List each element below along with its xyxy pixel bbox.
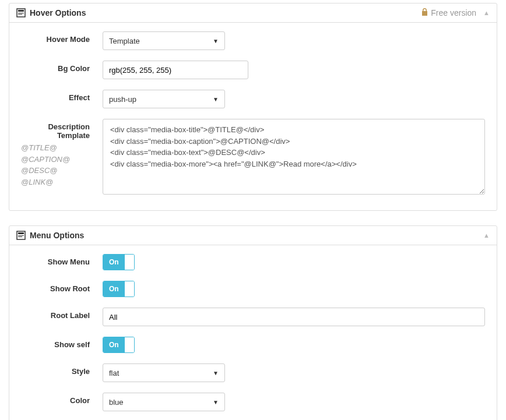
menu-panel-header[interactable]: Menu Options ▲ (9, 226, 497, 245)
toggle-on-label: On (103, 255, 125, 270)
effect-select[interactable]: push-up ▼ (103, 90, 225, 108)
show-root-label: Show Root (21, 281, 103, 293)
color-value: blue (109, 398, 124, 407)
chevron-down-icon: ▼ (213, 38, 219, 44)
style-label: Style (21, 363, 103, 376)
chevron-down-icon: ▼ (213, 399, 219, 405)
template-hints: @TITLE@ @CAPTION@ @DESC@ @LINK@ (21, 142, 90, 188)
desc-template-textarea[interactable] (103, 119, 485, 195)
bg-color-label: Bg Color (21, 61, 103, 73)
style-row: Style flat ▼ (21, 363, 485, 382)
color-row: Color blue ▼ (21, 393, 485, 411)
bg-color-input[interactable] (103, 61, 248, 79)
svg-rect-3 (18, 14, 22, 15)
toggle-knob (125, 255, 134, 270)
show-self-label: Show self (21, 337, 103, 349)
hint-link: @LINK@ (21, 177, 90, 188)
toggle-on-label: On (103, 337, 125, 352)
effect-value: push-up (109, 95, 136, 104)
svg-rect-5 (18, 232, 24, 234)
panel-icon (16, 231, 26, 240)
menu-panel-body: Show Menu On Show Root On Root Label (9, 245, 497, 420)
effect-row: Effect push-up ▼ (21, 90, 485, 108)
svg-rect-2 (18, 13, 24, 13)
toggle-knob (125, 281, 134, 297)
style-value: flat (109, 369, 119, 377)
chevron-down-icon: ▼ (213, 96, 219, 103)
hover-mode-row: Hover Mode Template ▼ (21, 31, 485, 50)
chevron-down-icon: ▼ (213, 370, 219, 376)
hint-desc: @DESC@ (21, 165, 90, 177)
toggle-on-label: On (103, 281, 125, 297)
show-menu-row: Show Menu On (21, 254, 485, 270)
color-label: Color (21, 393, 103, 405)
show-root-row: Show Root On (21, 281, 485, 297)
hover-options-panel: Hover Options Free version ▲ Hover Mode … (9, 3, 497, 211)
lock-icon (421, 8, 428, 17)
root-label-row: Root Label (21, 308, 485, 326)
style-select[interactable]: flat ▼ (103, 363, 225, 382)
effect-label: Effect (21, 90, 103, 102)
hover-panel-body: Hover Mode Template ▼ Bg Color Effect (9, 23, 497, 210)
svg-rect-1 (18, 10, 24, 12)
show-root-toggle[interactable]: On (103, 281, 135, 297)
show-self-row: Show self On (21, 337, 485, 353)
show-menu-label: Show Menu (21, 254, 103, 266)
menu-options-panel: Menu Options ▲ Show Menu On Show Root On (9, 225, 497, 420)
hover-panel-header[interactable]: Hover Options Free version ▲ (9, 3, 497, 23)
collapse-caret-icon[interactable]: ▲ (483, 232, 490, 239)
show-self-toggle[interactable]: On (103, 337, 135, 353)
svg-rect-7 (18, 237, 22, 237)
collapse-caret-icon[interactable]: ▲ (483, 9, 490, 16)
hover-mode-value: Template (109, 37, 140, 45)
free-version-badge: Free version (421, 8, 476, 17)
free-version-text: Free version (431, 8, 476, 17)
show-menu-toggle[interactable]: On (103, 254, 135, 270)
toggle-knob (125, 337, 134, 352)
hover-panel-title: Hover Options (30, 8, 421, 17)
desc-template-row: Description Template @TITLE@ @CAPTION@ @… (21, 119, 485, 196)
panel-icon (16, 8, 26, 17)
root-label-label: Root Label (21, 308, 103, 320)
desc-template-label: Description Template @TITLE@ @CAPTION@ @… (21, 119, 103, 188)
color-select[interactable]: blue ▼ (103, 393, 225, 411)
hover-mode-select[interactable]: Template ▼ (103, 31, 225, 50)
root-label-input[interactable] (103, 308, 485, 326)
hint-caption: @CAPTION@ (21, 154, 90, 165)
hover-mode-label: Hover Mode (21, 31, 103, 44)
svg-rect-6 (18, 235, 24, 236)
bg-color-row: Bg Color (21, 61, 485, 79)
menu-panel-title: Menu Options (30, 231, 483, 240)
hint-title: @TITLE@ (21, 142, 90, 154)
